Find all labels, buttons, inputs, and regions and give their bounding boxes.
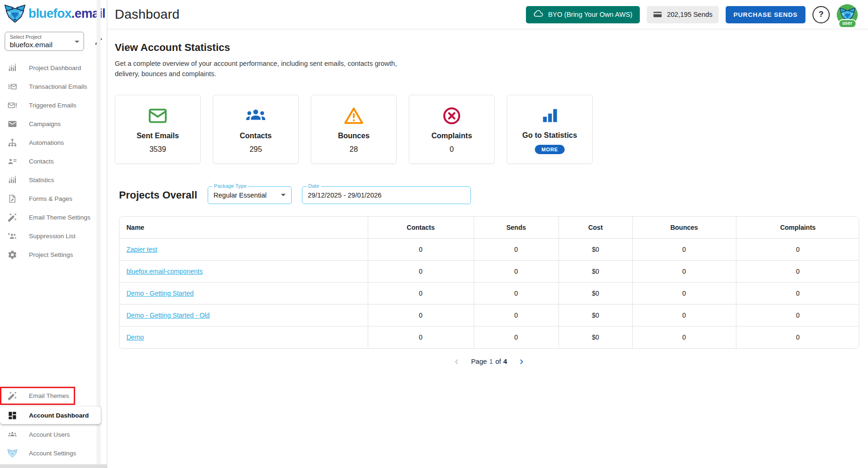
cost-cell: $0 [559, 326, 632, 348]
sidebar-item-account-users[interactable]: Account Users [0, 425, 107, 444]
sidebar-item-label: Transactional Emails [29, 83, 87, 90]
stat-card-value: 3539 [149, 145, 166, 154]
column-header-bounces: Bounces [632, 217, 736, 239]
sends-balance-label: 202,195 Sends [667, 11, 713, 18]
sidebar-item-label: Suppression List [29, 233, 76, 240]
sent-email-icon [147, 105, 168, 127]
bounces-cell: 0 [632, 305, 736, 326]
byo-aws-label: BYO (Bring Your Own AWS) [548, 11, 632, 18]
project-link[interactable]: Demo - Getting Started [126, 290, 194, 297]
cloud-icon [533, 9, 543, 20]
chevron-down-icon [75, 41, 79, 43]
bluefox-fox-icon [4, 4, 26, 23]
sidebar-item-label: Email Themes [29, 392, 69, 399]
sidebar-item-campaigns[interactable]: Campaigns [0, 114, 107, 133]
transactional-email-icon [7, 82, 17, 92]
sends-cell: 0 [474, 305, 559, 326]
sidebar-scrollbar-horizontal[interactable] [0, 464, 107, 468]
highlight-annotation: Email Themes [0, 387, 75, 405]
project-link[interactable]: Demo - Getting Started - Old [126, 312, 210, 319]
purchase-sends-button[interactable]: PURCHASE SENDS [726, 6, 805, 23]
sidebar-item-triggered-emails[interactable]: Triggered Emails [0, 96, 107, 114]
package-type-select[interactable]: Package Type Regular Essential [208, 186, 292, 204]
stat-card-label: Complaints [431, 132, 472, 140]
sidebar-item-label: Automations [29, 139, 64, 146]
chevron-down-icon [281, 194, 286, 196]
sends-cell: 0 [474, 261, 559, 283]
previous-page-icon[interactable] [452, 357, 462, 367]
stat-card-label: Go to Statistics [522, 131, 577, 140]
complaints-cell: 0 [736, 305, 859, 326]
project-select[interactable]: Select Project bluefox.email [5, 32, 84, 51]
sidebar-item-account-settings[interactable]: Account Settings [0, 444, 107, 462]
sidebar-item-label: Account Settings [29, 450, 76, 457]
user-role-badge: user [838, 19, 856, 28]
sends-cell: 0 [474, 326, 559, 348]
sends-balance-chip[interactable]: 202,195 Sends [647, 6, 719, 23]
sidebar-item-contacts[interactable]: Contacts [0, 152, 107, 170]
header-actions: BYO (Bring Your Own AWS) 202,195 Sends P… [526, 4, 858, 25]
main-header: Dashboard BYO (Bring Your Own AWS) 202,1… [107, 0, 868, 29]
sidebar-item-label: Triggered Emails [29, 102, 77, 109]
bounces-cell: 0 [632, 239, 736, 261]
content: View Account Statistics Get a complete o… [107, 29, 868, 367]
next-page-icon[interactable] [517, 357, 526, 367]
date-label: Date [307, 183, 321, 189]
file-edit-icon [7, 194, 17, 204]
of-label: of [495, 358, 501, 365]
date-range-input[interactable]: Date 29/12/2025 - 29/01/2026 [302, 186, 471, 204]
sidebar-item-email-themes[interactable]: Email Themes [1, 388, 74, 404]
project-name-cell: bluefox.email-components [119, 261, 368, 283]
finance-chart-icon [7, 63, 17, 73]
project-select-value: bluefox.email [10, 41, 71, 50]
project-link[interactable]: bluefox.email-components [126, 268, 203, 275]
sidebar-item-suppression-list[interactable]: Suppression List [0, 227, 107, 245]
bounces-cell: 0 [632, 261, 736, 283]
cost-cell: $0 [559, 283, 632, 305]
contacts-cell: 0 [368, 283, 474, 305]
sidebar-item-forms-pages[interactable]: Forms & Pages [0, 189, 107, 208]
stat-card-label: Bounces [338, 132, 370, 140]
sidebar-item-account-dashboard[interactable]: Account Dashboard [0, 406, 101, 424]
sidebar-item-project-dashboard[interactable]: Project Dashboard [0, 58, 107, 77]
active-item-card: Account Dashboard [0, 406, 101, 424]
stat-card-contacts: Contacts295 [213, 95, 299, 164]
brand-name-primary: bluefox [28, 7, 71, 21]
contacts-cell: 0 [368, 239, 474, 261]
help-button[interactable]: ? [812, 6, 830, 23]
more-button[interactable]: MORE [535, 145, 564, 154]
sidebar-item-statistics[interactable]: Statistics [0, 170, 107, 189]
sidebar-item-transactional-emails[interactable]: Transactional Emails [0, 77, 107, 96]
column-header-complaints: Complaints [736, 217, 859, 239]
sidebar-item-label: Email Theme Settings [29, 214, 91, 221]
main-area: Dashboard BYO (Bring Your Own AWS) 202,1… [107, 0, 868, 468]
project-select-row: Select Project bluefox.email [0, 24, 107, 51]
project-link[interactable]: Demo [126, 333, 144, 341]
column-header-sends: Sends [474, 217, 559, 239]
project-link[interactable]: Zapier test [126, 246, 157, 253]
sends-cell: 0 [474, 283, 559, 305]
projects-table-container: NameContactsSendsCostBouncesComplaints Z… [119, 216, 859, 349]
sidebar-item-label: Statistics [29, 177, 54, 184]
magic-wand-icon [7, 391, 17, 401]
cost-cell: $0 [559, 239, 632, 261]
complaints-cell: 0 [736, 326, 859, 348]
projects-overall-title: Projects Overall [119, 189, 197, 201]
sidebar-item-label: Campaigns [29, 121, 61, 128]
sidebar-bottom-nav: Email ThemesAccount DashboardAccount Use… [0, 387, 107, 468]
gear-icon [7, 250, 17, 260]
byo-aws-button[interactable]: BYO (Bring Your Own AWS) [526, 6, 640, 23]
sidebar-item-email-theme-settings[interactable]: Email Theme Settings [0, 208, 107, 227]
sidebar-scrollbar-vertical[interactable] [97, 0, 101, 464]
sidebar-item-automations[interactable]: Automations [0, 133, 107, 152]
pagination: Page 1 of 4 [119, 357, 859, 367]
user-avatar[interactable]: user [837, 4, 858, 25]
triggered-email-icon [7, 100, 17, 110]
stat-card-go-to-statistics[interactable]: Go to StatisticsMORE [507, 95, 593, 164]
column-header-name: Name [119, 217, 368, 239]
table-row: Demo - Getting Started00$000 [119, 283, 859, 305]
brand-logo[interactable]: bluefox.email [0, 0, 107, 24]
sidebar-item-project-settings[interactable]: Project Settings [0, 245, 107, 264]
sidebar-item-label: Account Dashboard [29, 412, 89, 419]
sidebar-item-label: Project Settings [29, 251, 73, 258]
